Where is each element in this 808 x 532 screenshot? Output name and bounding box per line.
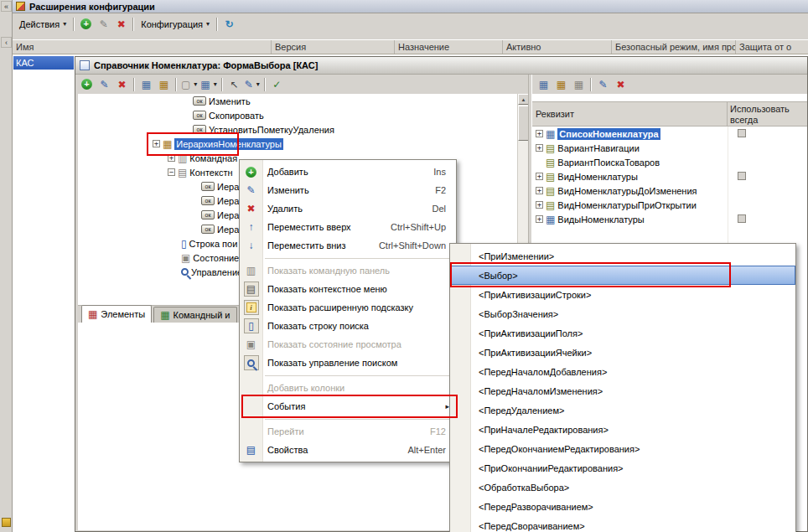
- add-element-button[interactable]: +: [78, 76, 96, 93]
- menu-item-show-search-control[interactable]: Показать управление поиском: [240, 354, 456, 372]
- actions-menu-button[interactable]: Действия ▾: [15, 16, 70, 33]
- attribute-item[interactable]: + ▦ ВидыНоменклатуры: [532, 212, 807, 226]
- check-elements-button[interactable]: ▦: [137, 76, 155, 93]
- event-item[interactable]: <ПередОкончаниемРедактирования>: [450, 439, 795, 458]
- event-item[interactable]: <ПередСворачиванием>: [450, 516, 795, 532]
- always-use-column-header[interactable]: Использовать всегда: [728, 102, 807, 126]
- window-titlebar[interactable]: Расширения конфигурации: [13, 0, 808, 13]
- column-header-purpose[interactable]: Назначение: [395, 40, 503, 54]
- tree-item[interactable]: ок УстановитьПометкуУдаления: [78, 122, 528, 137]
- delete-attribute-button[interactable]: ✖: [612, 76, 629, 93]
- menu-item-label: Перейти: [262, 426, 304, 436]
- delete-element-button[interactable]: ✖: [113, 76, 131, 93]
- attribute-item-spisok-nomenklatura[interactable]: + ▦ СписокНоменклатура: [532, 127, 807, 141]
- attribute-item[interactable]: + ▤ ВидНоменклатуры: [532, 169, 807, 183]
- event-item[interactable]: <ПередНачаломИзменения>: [450, 381, 795, 400]
- attribute-label: ВидНоменклатуры: [557, 172, 638, 182]
- expand-icon[interactable]: +: [536, 130, 543, 137]
- collapse-panel-button[interactable]: «: [1, 1, 12, 12]
- scrollbar-thumb[interactable]: [518, 106, 528, 141]
- menu-item-show-context-menu[interactable]: ▤ Показать контекстное меню: [240, 280, 456, 298]
- attribute-item[interactable]: + ▤ ВидНоменклатурыПриОткрытии: [532, 198, 807, 212]
- form-designer-title: Справочник Номенклатура: ФормаВыбора [КА…: [94, 60, 318, 70]
- event-item[interactable]: <ВыборЗначения>: [450, 304, 795, 323]
- always-use-checkbox[interactable]: [738, 129, 746, 137]
- event-label: <ПередНачаломДобавления>: [479, 367, 607, 377]
- edit-attribute-button[interactable]: ✎: [594, 76, 612, 93]
- menu-item-move-up[interactable]: ↑ Переместить вверх Ctrl+Shift+Up: [240, 218, 456, 236]
- column-header-version[interactable]: Версия: [272, 40, 395, 54]
- menu-item-label: Показать строку поиска: [262, 321, 369, 331]
- tab-command-interface[interactable]: ▦ Командный и: [153, 307, 236, 323]
- menu-item-show-extended-tooltip[interactable]: i Показать расширенную подсказку: [240, 298, 456, 317]
- column-header-safe-mode[interactable]: Безопасный режим, имя проф: [612, 40, 736, 54]
- menu-item-show-search-string[interactable]: ▯ Показать строку поиска: [240, 317, 456, 335]
- extension-row-kas[interactable]: КАС: [13, 56, 74, 70]
- menu-item-add[interactable]: + Добавить Ins: [240, 163, 456, 181]
- edit-element-button[interactable]: ✎: [96, 76, 113, 93]
- expand-icon[interactable]: +: [536, 201, 543, 209]
- menu-item-delete[interactable]: ✖ Удалить Del: [240, 199, 456, 218]
- attribute-item[interactable]: + ▤ ВариантНавигации: [532, 141, 807, 155]
- always-use-checkbox[interactable]: [738, 172, 746, 180]
- event-item[interactable]: <ПередНачаломДобавления>: [450, 362, 795, 381]
- edit-button[interactable]: ✎: [95, 16, 112, 33]
- menu-item-move-down[interactable]: ↓ Переместить вниз Ctrl+Shift+Down: [240, 236, 456, 255]
- add-button[interactable]: +: [77, 16, 95, 33]
- column-header-active[interactable]: Активно: [503, 40, 612, 54]
- expand-icon[interactable]: +: [536, 187, 543, 194]
- toolbar-separator: [264, 78, 266, 91]
- form-icon: ▤: [546, 143, 555, 153]
- tree-item[interactable]: ок Скопировать: [78, 108, 528, 122]
- attributes-column-header[interactable]: Реквизит: [532, 102, 728, 126]
- tab-elements[interactable]: ▦ Элементы: [81, 305, 152, 323]
- add-attribute-button[interactable]: ▦: [535, 76, 552, 93]
- check-form-button[interactable]: ✓: [268, 76, 286, 93]
- event-label: <ПриАктивизацииЯчейки>: [479, 348, 592, 358]
- always-use-checkbox[interactable]: [738, 214, 746, 223]
- edit-mode-dropdown[interactable]: ✎▾: [243, 76, 262, 93]
- event-item[interactable]: <ОбработкаВыбора>: [450, 478, 795, 497]
- attribute-item[interactable]: + ▤ ВидНоменклатурыДоИзменения: [532, 183, 807, 198]
- menu-item-show-command-panel[interactable]: ▥ Показать командную панель: [240, 261, 456, 280]
- column-header-name[interactable]: Имя: [13, 40, 272, 54]
- expand-icon[interactable]: +: [536, 173, 543, 180]
- pencil-icon: ✎: [246, 185, 255, 195]
- table-icon: ▦: [546, 214, 555, 225]
- event-item[interactable]: <ПриОкончанииРедактирования>: [450, 458, 795, 478]
- annotation-box-tree-item: [147, 132, 239, 156]
- event-item[interactable]: <ПриАктивизацииСтроки>: [450, 285, 795, 304]
- event-label: <ПриОкончанииРедактирования>: [479, 463, 624, 473]
- expand-icon[interactable]: +: [536, 144, 543, 152]
- configuration-menu-button[interactable]: Конфигурация ▾: [137, 16, 214, 33]
- event-item[interactable]: <ПриНачалеРедактирования>: [450, 420, 795, 439]
- attribute-table-button[interactable]: ▦: [570, 76, 588, 93]
- event-item[interactable]: <ПриАктивизацииПоля>: [450, 323, 795, 343]
- tree-item[interactable]: ок Изменить: [78, 94, 528, 108]
- refresh-button[interactable]: ↻: [220, 16, 238, 33]
- display-mode-dropdown[interactable]: ▢▾: [179, 76, 199, 93]
- edit-table-button[interactable]: ▦: [155, 76, 173, 93]
- add-icon: +: [81, 79, 92, 90]
- form-designer-titlebar[interactable]: Справочник Номенклатура: ФормаВыбора [КА…: [75, 57, 807, 75]
- collapse-icon[interactable]: −: [168, 168, 175, 176]
- menu-item-goto[interactable]: Перейти F12: [240, 422, 456, 441]
- attribute-item[interactable]: ▤ ВариантПоискаТоваров: [532, 155, 807, 169]
- tree-item-ierarhiya-nomenklatury[interactable]: + ▦ ИерархияНоменклатуры: [78, 137, 528, 151]
- event-item[interactable]: <ПередРазворачиванием>: [450, 497, 795, 516]
- column-header-protection[interactable]: Защита от о: [736, 40, 808, 54]
- menu-item-edit[interactable]: ✎ Изменить F2: [240, 181, 456, 199]
- expand-icon[interactable]: +: [536, 215, 543, 223]
- menu-item-show-view-status[interactable]: ▣ Показать состояние просмотра: [240, 335, 456, 354]
- event-item[interactable]: <ПередУдалением>: [450, 400, 795, 420]
- event-item[interactable]: <ПриАктивизацииЯчейки>: [450, 343, 795, 362]
- pointer-button[interactable]: ↖: [225, 76, 243, 93]
- collapse-left-button[interactable]: ‹: [1, 37, 12, 48]
- columns-mode-dropdown[interactable]: ▦▾: [199, 76, 218, 93]
- scroll-up-button[interactable]: ▲: [518, 94, 528, 105]
- delete-button[interactable]: ✖: [112, 16, 130, 33]
- menu-item-shortcut: Ctrl+Shift+Down: [379, 240, 456, 251]
- minimized-window-icon[interactable]: [2, 518, 11, 527]
- copy-attribute-button[interactable]: ▦: [552, 76, 570, 93]
- menu-item-properties[interactable]: ▤ Свойства Alt+Enter: [240, 441, 456, 459]
